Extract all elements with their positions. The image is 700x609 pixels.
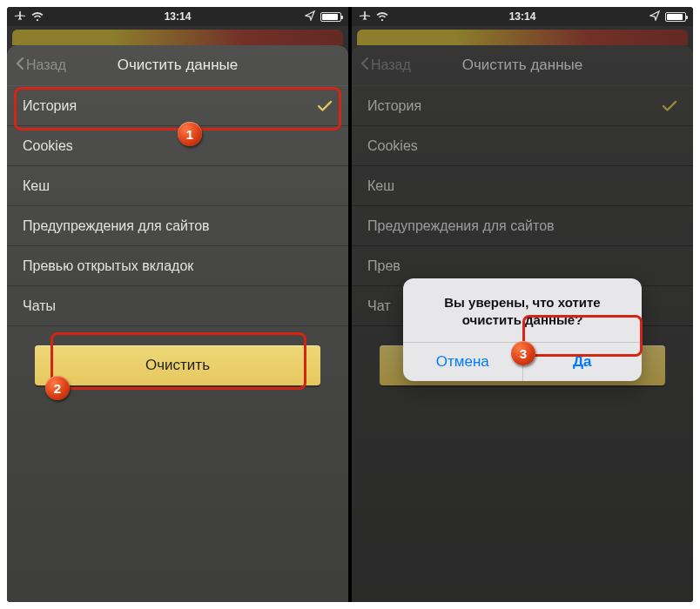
row-cache[interactable]: Кеш [7,166,348,206]
row-chats[interactable]: Чаты [7,286,348,326]
status-time: 13:14 [352,10,693,23]
back-label: Назад [26,57,66,73]
alert-confirm-button[interactable]: Да [523,343,643,381]
row-label: Превью открытых вкладок [23,258,193,274]
clear-data-sheet: Назад Очистить данные История Cookies Ке… [352,45,693,602]
battery-icon [665,12,686,22]
row-site-warnings[interactable]: Предупреждения для сайтов [7,206,348,246]
row-label: Cookies [23,138,73,154]
row-tab-previews[interactable]: Превью открытых вкладок [7,246,348,286]
row-label: История [23,98,77,114]
row-label: Предупреждения для сайтов [23,218,210,234]
chevron-left-icon [16,57,24,74]
row-history[interactable]: История [7,86,348,126]
background-peek [357,30,688,45]
back-button[interactable]: Назад [16,57,66,74]
row-label: Кеш [23,178,50,194]
checkmark-icon [317,100,333,112]
background-peek [12,30,343,45]
status-bar: 13:14 [7,7,348,26]
alert-cancel-button[interactable]: Отмена [403,343,523,381]
alert-message: Вы уверены, что хотите очистить данные? [403,278,642,342]
status-bar: 13:14 [352,7,693,26]
row-label: Чаты [23,298,56,314]
confirm-alert: Вы уверены, что хотите очистить данные? … [403,278,642,381]
clear-data-sheet: Назад Очистить данные История Cookies Ке… [7,45,348,602]
status-time: 13:14 [7,10,348,23]
phone-screenshot-right: 13:14 Назад Очистить данные [352,7,693,602]
clear-button[interactable]: Очистить [35,345,320,385]
phone-screenshot-left: 13:14 Назад Очистить данные [7,7,348,602]
battery-icon [320,12,341,22]
row-cookies[interactable]: Cookies [7,126,348,166]
